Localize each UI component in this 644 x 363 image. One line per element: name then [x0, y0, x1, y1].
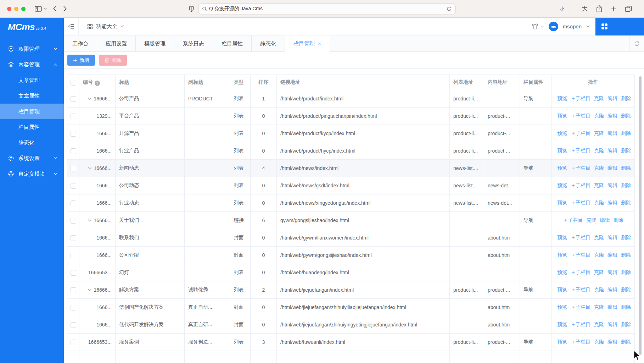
clone-link[interactable]: 克隆: [587, 217, 597, 223]
table-row[interactable]: 1666653... 服务案例 服务创造... 列表 3 /html/web/f…: [67, 334, 635, 351]
sidebar-submenu-item[interactable]: 栏目管理: [0, 104, 64, 119]
delete-button[interactable]: 删除: [99, 55, 127, 66]
preview-link[interactable]: 预览: [557, 269, 567, 275]
clone-link[interactable]: 克隆: [594, 130, 604, 136]
table-row[interactable]: 16666... 公司产品 PRODUCT 列表 1 /html/web/pro…: [67, 90, 635, 108]
preview-link[interactable]: 预览: [557, 304, 567, 310]
refresh-tab-button[interactable]: [629, 35, 644, 51]
sidebar-item-0[interactable]: 权限管理: [0, 41, 64, 57]
row-checkbox[interactable]: [71, 235, 76, 241]
expand-row-icon[interactable]: [88, 97, 92, 100]
preview-link[interactable]: 预览: [557, 148, 567, 153]
text-larger-button[interactable]: 大: [582, 5, 588, 13]
add-child-link[interactable]: ＋子栏目: [571, 182, 590, 188]
tab[interactable]: 模版管理: [136, 35, 174, 52]
delete-link[interactable]: 删除: [621, 287, 631, 292]
delete-link[interactable]: 删除: [621, 235, 631, 240]
add-child-link[interactable]: ＋子栏目: [571, 339, 590, 345]
avatar[interactable]: ms: [549, 22, 558, 31]
privacy-shield-icon[interactable]: [189, 5, 194, 12]
clone-link[interactable]: 克隆: [594, 269, 604, 275]
app-launcher[interactable]: 功能大全: [79, 23, 124, 30]
edit-link[interactable]: 编辑: [607, 130, 617, 136]
add-child-link[interactable]: ＋子栏目: [571, 95, 590, 101]
add-child-link[interactable]: ＋子栏目: [571, 148, 590, 153]
delete-link[interactable]: 删除: [621, 339, 631, 345]
table-row[interactable]: 16666... 新闻动态 列表 4 /html/web/news/index.…: [67, 160, 635, 177]
edit-link[interactable]: 编辑: [607, 252, 617, 258]
sidebar-item-3[interactable]: 自定义模块: [0, 166, 64, 182]
add-child-link[interactable]: ＋子栏目: [563, 217, 583, 223]
delete-link[interactable]: 删除: [621, 165, 631, 171]
delete-link[interactable]: 删除: [621, 200, 631, 205]
delete-link[interactable]: 删除: [621, 269, 631, 275]
preview-link[interactable]: 预览: [557, 165, 567, 171]
row-checkbox[interactable]: [71, 322, 76, 328]
tab[interactable]: 栏目管理 ×: [285, 35, 330, 52]
sidebar-submenu-item[interactable]: 文章管理: [0, 72, 64, 88]
edit-link[interactable]: 编辑: [607, 321, 617, 327]
sidebar-submenu-item[interactable]: 静态化: [0, 135, 64, 150]
edit-link[interactable]: 编辑: [600, 217, 610, 223]
tab[interactable]: 工作台: [64, 35, 97, 52]
reload-icon[interactable]: [446, 6, 452, 11]
edit-link[interactable]: 编辑: [607, 165, 617, 171]
tab-overview-icon[interactable]: [625, 6, 632, 12]
edit-link[interactable]: 编辑: [607, 113, 617, 119]
menu-fold-button[interactable]: [64, 18, 79, 35]
preview-link[interactable]: 预览: [557, 321, 567, 327]
delete-link[interactable]: 删除: [621, 304, 631, 310]
table-row[interactable]: 1666... 行业动态 列表 0 /html/web/news/xingyed…: [67, 194, 635, 212]
add-child-link[interactable]: ＋子栏目: [571, 165, 590, 171]
add-child-link[interactable]: ＋子栏目: [571, 252, 590, 258]
clone-link[interactable]: 克隆: [594, 182, 604, 188]
table-row[interactable]: 1666... 联系我们 封面 0 /html/web/gywm/lianxiw…: [67, 229, 635, 247]
help-icon[interactable]: ?: [95, 81, 100, 86]
delete-link[interactable]: 删除: [621, 148, 631, 153]
row-checkbox[interactable]: [71, 148, 76, 154]
add-child-link[interactable]: ＋子栏目: [571, 235, 590, 240]
row-checkbox[interactable]: [71, 270, 76, 276]
tab[interactable]: 应用设置: [97, 35, 136, 52]
edit-link[interactable]: 编辑: [607, 269, 617, 275]
sidebar-item-1[interactable]: 内容管理: [0, 57, 64, 72]
add-child-link[interactable]: ＋子栏目: [571, 130, 590, 136]
delete-link[interactable]: 删除: [621, 113, 631, 119]
share-icon[interactable]: [596, 5, 602, 12]
preview-link[interactable]: 预览: [557, 287, 567, 292]
table-row[interactable]: 1329... 平台产品 列表 0 /html/web/product/ping…: [67, 108, 635, 125]
add-child-link[interactable]: ＋子栏目: [571, 321, 590, 327]
edit-link[interactable]: 编辑: [607, 304, 617, 310]
select-all-checkbox[interactable]: [71, 80, 76, 86]
row-checkbox[interactable]: [71, 305, 76, 310]
clone-link[interactable]: 克隆: [594, 200, 604, 205]
sidebar-item-2[interactable]: 系统设置: [0, 150, 64, 166]
row-checkbox[interactable]: [71, 96, 76, 102]
edit-link[interactable]: 编辑: [607, 182, 617, 188]
preview-link[interactable]: 预览: [557, 252, 567, 258]
clone-link[interactable]: 克隆: [594, 287, 604, 292]
clone-link[interactable]: 克隆: [594, 304, 604, 310]
preview-link[interactable]: 预览: [557, 200, 567, 205]
preview-link[interactable]: 预览: [557, 113, 567, 119]
row-checkbox[interactable]: [71, 218, 76, 224]
expand-row-icon[interactable]: [88, 288, 92, 292]
clone-link[interactable]: 克隆: [594, 113, 604, 119]
add-child-link[interactable]: ＋子栏目: [571, 200, 590, 205]
row-checkbox[interactable]: [71, 166, 76, 171]
table-row[interactable]: 1666... 信创国产化解决方案 真正自研... 封面 0 /html/web…: [67, 299, 635, 316]
forward-button[interactable]: [63, 6, 67, 12]
clone-link[interactable]: 克隆: [594, 339, 604, 345]
edit-link[interactable]: 编辑: [607, 235, 617, 240]
sidebar-toggle-icon[interactable]: [35, 6, 47, 12]
new-tab-icon[interactable]: [611, 6, 616, 12]
delete-link[interactable]: 删除: [621, 182, 631, 188]
expand-row-icon[interactable]: [88, 167, 92, 170]
back-button[interactable]: [53, 6, 57, 12]
row-checkbox[interactable]: [71, 114, 76, 119]
preview-link[interactable]: 预览: [557, 95, 567, 101]
close-window-button[interactable]: [7, 7, 11, 11]
delete-link[interactable]: 删除: [621, 95, 631, 101]
tab[interactable]: 系统日志: [174, 35, 213, 52]
row-checkbox[interactable]: [71, 131, 76, 137]
